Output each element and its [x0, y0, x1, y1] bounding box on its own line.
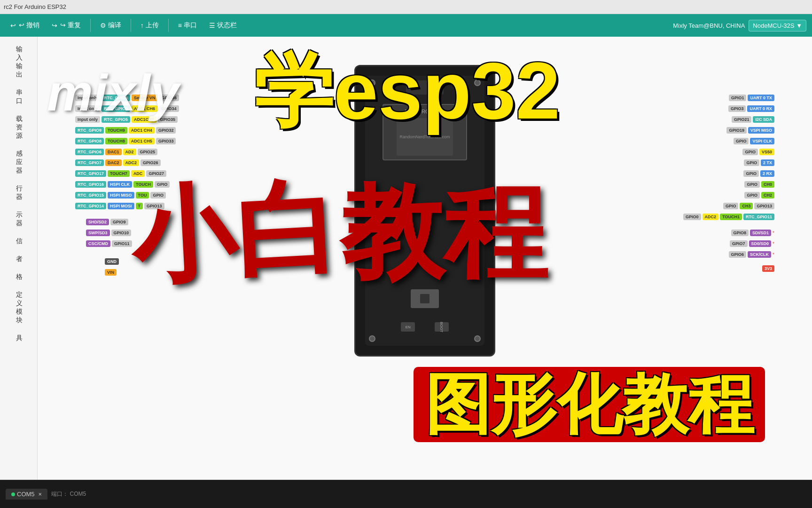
statusbar-icon: ☰ [209, 22, 215, 29]
compile-button[interactable]: ⚙ 编译 [95, 19, 126, 32]
sidebar-item-resources[interactable]: 载资源 [0, 110, 37, 145]
pin-badge: SWP/SD3 [86, 230, 110, 236]
pin-badge: Input only [75, 105, 100, 112]
divider-1 [90, 19, 91, 32]
pin-badge: RTC_GPIO14 [75, 203, 106, 209]
sidebar-item-custom[interactable]: 定义模块 [0, 286, 37, 329]
serial-label: 串口 [184, 21, 197, 30]
compile-label: 编译 [108, 21, 121, 30]
redo-button[interactable]: ↪ ↪ 重复 [47, 19, 86, 32]
pin-row-r12: GPIO0 ADC2 TOUCH1 RTC_GPIO11 [683, 212, 774, 222]
pin-badge: TOU [136, 192, 149, 198]
pin-badge: CH3 [740, 203, 753, 209]
pin-badge: RTC_GPIO8 [75, 138, 104, 144]
pin-badge: 2 TX [761, 159, 774, 166]
pin-badge: GPIO8 [731, 230, 749, 236]
pin-badge: VSPI MISO [748, 127, 774, 134]
pin-badge: GPIO7 [730, 240, 748, 247]
pin-badge: I2C SDA [753, 116, 774, 123]
sidebar-item-io[interactable]: 输入输出 [0, 40, 37, 84]
pin-badge: ADC [131, 170, 145, 177]
content-area: Input only RTC_GPIO3 Sensor VN GPIO36 In… [38, 37, 812, 480]
redo-label: ↪ 重复 [60, 21, 81, 30]
pin-badge: ADC1 CH5 [129, 138, 155, 144]
pin-badge-vin: VIN [105, 269, 117, 276]
sidebar-item-actuator[interactable]: 行器 [0, 180, 37, 206]
pin-badge: 2 RX [760, 170, 774, 177]
pin-badge: GPIO [742, 149, 758, 155]
pin-badge: ADC2 [703, 214, 719, 220]
pin-badge: GPIO [743, 170, 759, 177]
sidebar-item-display[interactable]: 示器 [0, 206, 37, 232]
sidebar-item-other[interactable]: 者 [0, 250, 37, 268]
pin-badge: GPIO11 [112, 240, 132, 247]
com-info: 端口： COM5 [51, 490, 86, 498]
pin-badge: GPIO36 [159, 95, 180, 101]
pin-badge: RTC_GPIO7 [75, 159, 104, 166]
pin-badge: RTC_GPIO17 [75, 170, 106, 177]
pin-badge: TOUCH [133, 181, 153, 188]
pin-row-4: RTC_GPIO6 DAC1 AD2 GPIO25 [75, 147, 179, 157]
pin-badge: ADC2 [123, 159, 140, 166]
pin-row-1c: Input only RTC_GPIO5 ADC1CH7 GPIO35 [75, 115, 179, 124]
pin-row-6: RTC_GPIO17 TOUCH7 ADC GPIO27 [75, 169, 179, 178]
pin-badge: CSC/CMD [86, 240, 110, 247]
pin-badge: GPIO35 [158, 116, 178, 123]
pin-badge: GPIO10 [111, 230, 132, 236]
pin-badge: RTC_GPIO4 [102, 105, 130, 112]
pin-badge: UART 0 RX [747, 105, 774, 112]
connection-dot [11, 492, 15, 496]
pin-row-5: RTC_GPIO7 DAC2 ADC2 GPIO26 [75, 158, 179, 167]
pin-badge: RTC_GPIO15 [75, 192, 106, 198]
pin-row-r15: GPIO6 SCK/CLK * [729, 250, 774, 259]
pin-row-r4: GPIO19 VSPI MISO [726, 126, 774, 135]
pin-badge: GPIO [150, 192, 166, 198]
pin-badge: GPIO19 [726, 127, 747, 134]
sidebar-item-signal[interactable]: 信 [0, 232, 37, 250]
serial-button[interactable]: ≡ 串口 [173, 19, 202, 32]
esp32-board: ESP-WROOM-32 RandomNerdTutorials.com [354, 65, 495, 357]
pin-row-12: CSC/CMD GPIO11 [75, 239, 179, 248]
sidebar-item-serial[interactable]: 串口 [0, 84, 37, 110]
pin-badge: GPIO33 [156, 138, 176, 144]
pin-badge: TOUCH9 [105, 127, 127, 134]
pin-badge: HSPI CLK [108, 181, 132, 188]
pin-badge: GPIO [744, 159, 759, 166]
pins-left: Input only RTC_GPIO3 Sensor VN GPIO36 In… [75, 93, 179, 277]
pin-badge: GPIO [723, 203, 739, 209]
undo-button[interactable]: ↩ ↩ 撤销 [6, 19, 44, 32]
sidebar-item-grid[interactable]: 格 [0, 268, 37, 286]
port-value: COM5 [70, 491, 86, 497]
pin-row-vin: VIN [75, 268, 179, 277]
pin-badge: RTC_GPIO6 [75, 149, 104, 155]
upload-icon: ↑ [141, 22, 144, 29]
pin-row-r16: 3V3 [762, 264, 774, 273]
pin-badge: TOUCH1 [720, 214, 742, 220]
pin-row-r2: GPIO3 UART 0 RX [728, 104, 774, 113]
pin-badge: UART 0 TX [748, 95, 774, 101]
sidebar-item-sensors[interactable]: 感应器 [0, 145, 37, 180]
pin-badge: VSPI CLK [750, 138, 774, 144]
pin-row-9: RTC_GPIO14 HSPI MOSI T GPIO13 [75, 201, 179, 211]
pin-badge: GPIO27 [146, 170, 166, 177]
upload-button[interactable]: ↑ 上传 [136, 19, 164, 32]
dropdown-icon: ▼ [796, 22, 802, 29]
pin-row-gnd: GND [75, 257, 179, 266]
pin-row-r6: GPIO VS50 [742, 147, 774, 157]
watermark-text: RandomNerdTutorials.com [399, 135, 450, 139]
pin-row-r5: GPIO VSPI CLK [734, 136, 774, 146]
pin-badge: HSPI MOSI [108, 203, 134, 209]
pin-badge: CH0 [761, 181, 774, 188]
close-tab-icon[interactable]: × [39, 491, 42, 498]
statusbar-button[interactable]: ☰ 状态栏 [204, 19, 242, 32]
pin-badge: HSPI MISO [108, 192, 134, 198]
pin-badge: GPIO26 [141, 159, 161, 166]
sidebar-item-tools[interactable]: 具 [0, 329, 37, 347]
pin-row-7: RTC_GPIO16 HSPI CLK TOUCH GPIO [75, 180, 179, 189]
pin-badge: RTC_GPIO3 [102, 95, 130, 101]
pin-badge: ADC1 CH4 [129, 127, 155, 134]
sidebar: 输入输出 串口 载资源 感应器 行器 示器 信 者 格 定义模块 具 [0, 37, 38, 480]
board-select[interactable]: NodeMCU-32S ▼ [749, 20, 806, 32]
com-tab[interactable]: COM5 × [6, 489, 47, 500]
window: rc2 For Arduino ESP32 ↩ ↩ 撤销 ↪ ↪ 重复 ⚙ 编译… [0, 0, 812, 508]
